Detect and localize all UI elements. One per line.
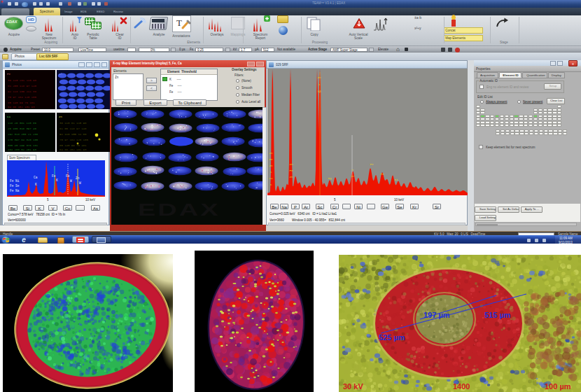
svg-text:170 397 84 320 105: 170 397 84 320 105 [8, 139, 38, 141]
svg-text:Fe Na: Fe Na [10, 189, 20, 192]
svg-text:Fe: Fe [66, 174, 70, 178]
svg-text:70 97 184 120 105: 70 97 184 120 105 [59, 139, 88, 141]
svg-text:Mg: Mg [328, 176, 332, 180]
svg-text:Fe: Fe [269, 158, 273, 161]
svg-text:85 140 99 76 181: 85 140 99 76 181 [8, 102, 35, 104]
svg-text:Ca: Ca [7, 115, 10, 118]
svg-text:385 40 199 376 181: 385 40 199 376 181 [8, 144, 38, 147]
svg-text:Zn: Zn [289, 162, 293, 166]
svg-text:Zr: Zr [351, 174, 355, 178]
svg-text:525 µm: 525 µm [379, 333, 405, 342]
svg-text:92 118 106 211 88: 92 118 106 211 88 [8, 90, 36, 93]
svg-text:Ca: Ca [34, 176, 38, 179]
svg-text:Fe: Fe [289, 169, 293, 172]
svg-text:EDAX: EDAX [138, 200, 220, 219]
svg-text:100 µm: 100 µm [545, 382, 571, 391]
svg-text:kβ: kβ [317, 90, 321, 93]
svg-text:Fe: Fe [7, 73, 10, 76]
svg-text:Zn: Zn [76, 176, 80, 180]
svg-text:K: K [270, 183, 272, 186]
svg-text:1400: 1400 [453, 382, 470, 391]
svg-text:64 88 152 101 93: 64 88 152 101 93 [59, 148, 87, 151]
svg-text:Fe Se: Fe Se [10, 184, 20, 188]
svg-text:Fe: Fe [380, 172, 384, 176]
svg-text:38 110 81 115 98: 38 110 81 115 98 [59, 122, 87, 125]
svg-text:S: S [318, 83, 321, 86]
svg-text:S: S [270, 170, 272, 174]
svg-text:64 88 152 101 93: 64 88 152 101 93 [8, 106, 35, 108]
svg-text:197 µm: 197 µm [424, 311, 450, 319]
svg-text:70 97 184 120 105: 70 97 184 120 105 [8, 96, 36, 99]
svg-text:61 205 118 97 140: 61 205 118 97 140 [8, 85, 36, 88]
svg-text:118 26 381 115 86: 118 26 381 115 86 [8, 122, 36, 125]
svg-text:Fe: Fe [52, 174, 56, 178]
svg-text:Zn: Zn [59, 115, 62, 118]
svg-text:Zn: Zn [269, 151, 273, 155]
svg-text:292 318 206 21 288: 292 318 206 21 288 [8, 133, 38, 136]
svg-text:Fe: Fe [370, 162, 374, 166]
svg-text:20 105 318 397 40: 20 105 318 397 40 [8, 127, 36, 130]
svg-text:Y: Y [352, 168, 354, 172]
svg-text:Ca: Ca [269, 176, 273, 180]
svg-text:Fe Ni: Fe Ni [10, 179, 20, 183]
svg-text:164 288 52 201 93: 164 288 52 201 93 [8, 148, 36, 151]
svg-text:K: K [56, 178, 58, 182]
svg-text:Zn: Zn [269, 164, 273, 167]
svg-text:38 110 281 115 98: 38 110 281 115 98 [8, 79, 36, 82]
svg-text:W: W [79, 181, 81, 185]
svg-text:85 140 99 76 181: 85 140 99 76 181 [59, 144, 87, 147]
svg-text:Al: Al [59, 73, 62, 76]
svg-text:K: K [35, 183, 37, 186]
svg-text:30 kV: 30 kV [343, 382, 363, 391]
svg-text:Zn: Zn [289, 175, 293, 178]
svg-text:515 µm: 515 µm [484, 311, 511, 319]
svg-text:92 118 106 11 88: 92 118 106 11 88 [59, 133, 87, 136]
svg-text:Ni: Ni [394, 178, 398, 181]
svg-text:61 05 118 97 140: 61 05 118 97 140 [59, 127, 87, 130]
svg-text:Zn: Zn [317, 76, 321, 79]
svg-text:W: W [70, 179, 72, 183]
